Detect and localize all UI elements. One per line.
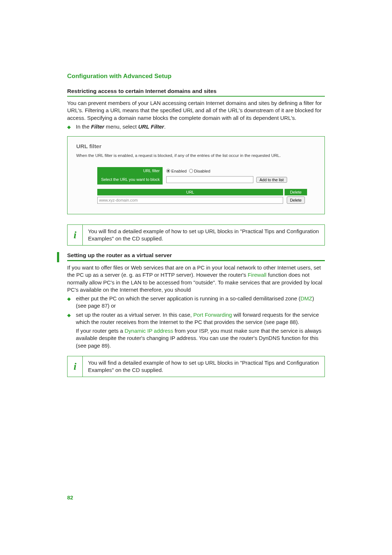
section2-bullet1: either put the PC on which the server ap… bbox=[76, 295, 325, 310]
subsection-virtual-server-title: Setting up the router as a virtual serve… bbox=[67, 252, 325, 261]
page-header: Configuration with Advanced Setup bbox=[67, 73, 325, 80]
url-block-label: Select the URL you want to block bbox=[97, 175, 163, 185]
info-icon-cell: i bbox=[68, 225, 83, 246]
page-number: 82 bbox=[67, 494, 73, 501]
bullet-text-bold2: URL Filter bbox=[138, 123, 164, 130]
port-forwarding-link[interactable]: Port Forwarding bbox=[193, 312, 232, 318]
radio-enabled-label: Enabled bbox=[171, 169, 187, 173]
bullet-text-mid: menu, select bbox=[104, 123, 138, 130]
section2-paragraph: If you want to offer files or Web servic… bbox=[67, 264, 325, 293]
section1-paragraph: You can prevent members of your LAN acce… bbox=[67, 100, 325, 122]
info-text-2: You will find a detailed example of how … bbox=[83, 356, 324, 377]
dynamic-ip-link[interactable]: Dynamic IP address bbox=[124, 328, 173, 334]
info-icon-cell: i bbox=[68, 356, 83, 377]
bullet-text-bold1: Filter bbox=[91, 123, 105, 130]
add-to-list-button[interactable]: Add to the list bbox=[256, 177, 287, 183]
url-filter-label: URL filter bbox=[97, 167, 163, 175]
url-filter-radio-group: Enabled Disabled bbox=[163, 167, 307, 175]
url-block-field: Add to the list bbox=[163, 175, 307, 185]
section2-bullet2: set up the router as a virtual server. I… bbox=[76, 311, 325, 326]
section2-bullet2-sub: If your router gets a Dynamic IP address… bbox=[76, 327, 325, 349]
info-box-2: i You will find a detailed example of ho… bbox=[67, 356, 325, 377]
url-table-value-input[interactable] bbox=[97, 197, 283, 204]
info-box-1: i You will find a detailed example of ho… bbox=[67, 224, 325, 246]
url-table-header-delete: Delete bbox=[285, 189, 307, 195]
bullet-diamond-icon: ◆ bbox=[67, 312, 72, 318]
url-filter-panel-title: URL filter bbox=[76, 143, 316, 150]
bullet-diamond-icon: ◆ bbox=[67, 296, 72, 301]
bullet-text-prefix: In the bbox=[76, 123, 91, 130]
s2-b1-a: either put the PC on which the server ap… bbox=[76, 295, 301, 301]
radio-disabled[interactable] bbox=[189, 169, 193, 173]
s2-b2-a: set up the router as a virtual server. I… bbox=[76, 312, 193, 318]
info-icon: i bbox=[74, 229, 77, 241]
info-icon: i bbox=[74, 361, 77, 372]
url-table-header-url: URL bbox=[97, 189, 283, 195]
url-filter-form: URL filter Enabled Disabled Select the U… bbox=[97, 167, 307, 204]
dmz-link[interactable]: DMZ bbox=[301, 295, 313, 301]
url-filter-screenshot: URL filter When the URL filter is enable… bbox=[67, 136, 325, 214]
info-text-1: You will find a detailed example of how … bbox=[83, 225, 324, 246]
bullet-text-suffix: . bbox=[164, 123, 166, 130]
delete-button[interactable]: Delete bbox=[287, 197, 305, 204]
url-filter-panel-desc: When the URL filter is enabled, a reques… bbox=[76, 153, 316, 158]
firewall-link[interactable]: Firewall bbox=[248, 272, 266, 278]
radio-enabled[interactable] bbox=[166, 169, 170, 173]
subsection-restricting-title: Restricting access to certain Internet d… bbox=[67, 88, 325, 97]
section1-bullet: In the Filter menu, select URL Filter. bbox=[76, 123, 166, 130]
url-block-input[interactable] bbox=[166, 176, 253, 183]
s2-b2sub-a: If your router gets a bbox=[76, 328, 124, 334]
radio-disabled-label: Disabled bbox=[194, 169, 211, 173]
bullet-diamond-icon: ◆ bbox=[67, 124, 72, 130]
